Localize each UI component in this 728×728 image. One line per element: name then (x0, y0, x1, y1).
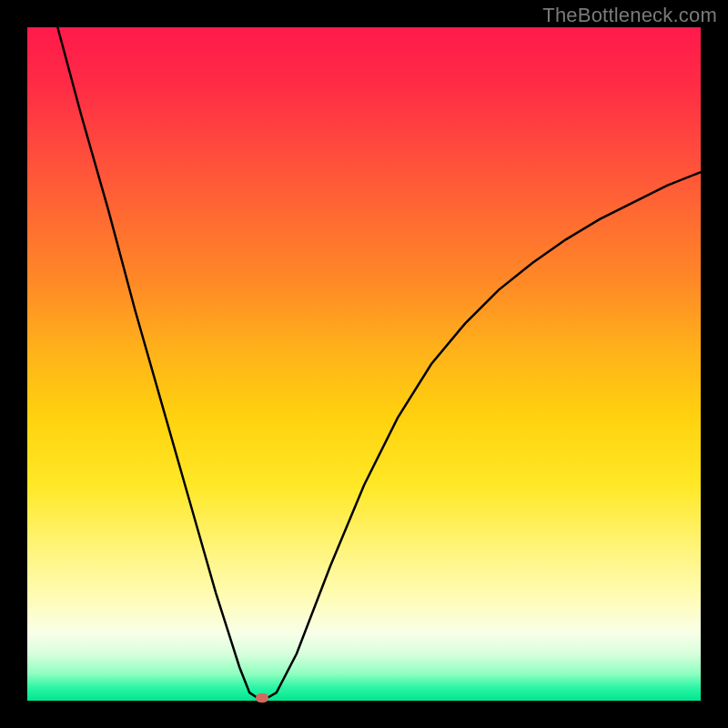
curve-path (57, 27, 701, 698)
chart-area (27, 27, 701, 701)
attribution-text: TheBottleneck.com (542, 4, 717, 27)
bottleneck-curve (27, 27, 701, 701)
optimal-marker (256, 693, 268, 703)
